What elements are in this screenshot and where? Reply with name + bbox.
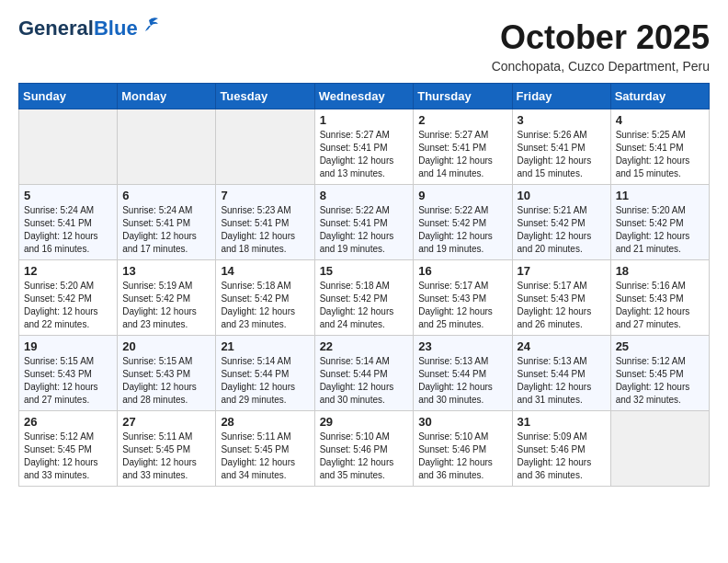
calendar-cell: 4Sunrise: 5:25 AMSunset: 5:41 PMDaylight… [610, 109, 709, 185]
calendar-cell: 20Sunrise: 5:15 AMSunset: 5:43 PMDayligh… [118, 336, 216, 411]
calendar-cell [610, 411, 709, 487]
day-info: Sunrise: 5:16 AMSunset: 5:43 PMDaylight:… [616, 280, 704, 331]
day-number: 1 [320, 113, 409, 127]
day-number: 7 [221, 189, 309, 202]
day-number: 28 [221, 415, 309, 429]
calendar-cell: 27Sunrise: 5:11 AMSunset: 5:45 PMDayligh… [118, 411, 216, 487]
calendar-week-row: 12Sunrise: 5:20 AMSunset: 5:42 PMDayligh… [19, 260, 710, 336]
weekday-header: Friday [512, 84, 610, 109]
day-info: Sunrise: 5:09 AMSunset: 5:46 PMDaylight:… [518, 431, 606, 482]
day-number: 31 [518, 415, 606, 429]
calendar-cell: 1Sunrise: 5:27 AMSunset: 5:41 PMDaylight… [314, 109, 414, 185]
day-info: Sunrise: 5:24 AMSunset: 5:41 PMDaylight:… [122, 204, 210, 256]
day-info: Sunrise: 5:12 AMSunset: 5:45 PMDaylight:… [616, 355, 704, 407]
calendar-cell: 3Sunrise: 5:26 AMSunset: 5:41 PMDaylight… [512, 109, 610, 185]
calendar-cell [19, 109, 118, 185]
day-info: Sunrise: 5:13 AMSunset: 5:44 PMDaylight:… [418, 355, 506, 407]
weekday-header: Saturday [610, 84, 709, 109]
calendar-cell: 17Sunrise: 5:17 AMSunset: 5:43 PMDayligh… [512, 260, 610, 336]
day-info: Sunrise: 5:15 AMSunset: 5:43 PMDaylight:… [122, 355, 210, 407]
calendar-cell: 31Sunrise: 5:09 AMSunset: 5:46 PMDayligh… [512, 411, 610, 487]
location: Conchopata, Cuzco Department, Peru [492, 59, 710, 74]
calendar-cell: 19Sunrise: 5:15 AMSunset: 5:43 PMDayligh… [19, 336, 118, 411]
day-info: Sunrise: 5:10 AMSunset: 5:46 PMDaylight:… [418, 431, 506, 482]
day-info: Sunrise: 5:27 AMSunset: 5:41 PMDaylight:… [418, 129, 506, 180]
day-info: Sunrise: 5:24 AMSunset: 5:41 PMDaylight:… [24, 204, 112, 256]
weekday-header: Thursday [414, 84, 512, 109]
day-number: 21 [221, 339, 309, 353]
day-number: 4 [616, 113, 704, 127]
day-info: Sunrise: 5:11 AMSunset: 5:45 PMDaylight:… [221, 431, 309, 482]
calendar-cell: 14Sunrise: 5:18 AMSunset: 5:42 PMDayligh… [216, 260, 314, 336]
day-info: Sunrise: 5:25 AMSunset: 5:41 PMDaylight:… [616, 129, 704, 180]
day-info: Sunrise: 5:14 AMSunset: 5:44 PMDaylight:… [221, 355, 309, 407]
calendar-cell: 12Sunrise: 5:20 AMSunset: 5:42 PMDayligh… [19, 260, 118, 336]
day-info: Sunrise: 5:27 AMSunset: 5:41 PMDaylight:… [320, 129, 409, 180]
day-info: Sunrise: 5:17 AMSunset: 5:43 PMDaylight:… [518, 280, 606, 331]
day-number: 8 [320, 189, 409, 202]
calendar-cell: 29Sunrise: 5:10 AMSunset: 5:46 PMDayligh… [314, 411, 414, 487]
day-number: 24 [518, 339, 606, 353]
day-number: 27 [122, 415, 210, 429]
day-info: Sunrise: 5:18 AMSunset: 5:42 PMDaylight:… [320, 280, 409, 331]
day-info: Sunrise: 5:13 AMSunset: 5:44 PMDaylight:… [518, 355, 606, 407]
day-number: 16 [418, 264, 506, 278]
weekday-header: Wednesday [314, 84, 414, 109]
day-number: 18 [616, 264, 704, 278]
calendar-cell: 18Sunrise: 5:16 AMSunset: 5:43 PMDayligh… [610, 260, 709, 336]
calendar-cell: 5Sunrise: 5:24 AMSunset: 5:41 PMDaylight… [19, 185, 118, 260]
day-number: 6 [122, 189, 210, 202]
weekday-header-row: SundayMondayTuesdayWednesdayThursdayFrid… [19, 84, 710, 109]
calendar-cell: 13Sunrise: 5:19 AMSunset: 5:42 PMDayligh… [118, 260, 216, 336]
calendar-cell: 16Sunrise: 5:17 AMSunset: 5:43 PMDayligh… [414, 260, 512, 336]
calendar-table: SundayMondayTuesdayWednesdayThursdayFrid… [18, 83, 710, 487]
calendar-week-row: 19Sunrise: 5:15 AMSunset: 5:43 PMDayligh… [19, 336, 710, 411]
calendar-cell: 6Sunrise: 5:24 AMSunset: 5:41 PMDaylight… [118, 185, 216, 260]
day-info: Sunrise: 5:26 AMSunset: 5:41 PMDaylight:… [518, 129, 606, 180]
logo-bird-icon [140, 17, 160, 33]
day-info: Sunrise: 5:20 AMSunset: 5:42 PMDaylight:… [24, 280, 112, 331]
day-number: 13 [122, 264, 210, 278]
day-number: 29 [320, 415, 409, 429]
logo-text: GeneralBlue [18, 18, 138, 39]
day-info: Sunrise: 5:17 AMSunset: 5:43 PMDaylight:… [418, 280, 506, 331]
calendar-week-row: 1Sunrise: 5:27 AMSunset: 5:41 PMDaylight… [19, 109, 710, 185]
weekday-header: Tuesday [216, 84, 314, 109]
day-info: Sunrise: 5:19 AMSunset: 5:42 PMDaylight:… [122, 280, 210, 331]
day-number: 15 [320, 264, 409, 278]
day-info: Sunrise: 5:15 AMSunset: 5:43 PMDaylight:… [24, 355, 112, 407]
day-number: 20 [122, 339, 210, 353]
calendar-cell: 8Sunrise: 5:22 AMSunset: 5:41 PMDaylight… [314, 185, 414, 260]
calendar-cell [118, 109, 216, 185]
calendar-cell: 7Sunrise: 5:23 AMSunset: 5:41 PMDaylight… [216, 185, 314, 260]
calendar-cell: 28Sunrise: 5:11 AMSunset: 5:45 PMDayligh… [216, 411, 314, 487]
calendar-cell: 10Sunrise: 5:21 AMSunset: 5:42 PMDayligh… [512, 185, 610, 260]
calendar-cell: 26Sunrise: 5:12 AMSunset: 5:45 PMDayligh… [19, 411, 118, 487]
day-number: 14 [221, 264, 309, 278]
calendar-cell: 23Sunrise: 5:13 AMSunset: 5:44 PMDayligh… [414, 336, 512, 411]
calendar-cell: 21Sunrise: 5:14 AMSunset: 5:44 PMDayligh… [216, 336, 314, 411]
calendar-cell: 24Sunrise: 5:13 AMSunset: 5:44 PMDayligh… [512, 336, 610, 411]
calendar-cell: 2Sunrise: 5:27 AMSunset: 5:41 PMDaylight… [414, 109, 512, 185]
month-title: October 2025 [492, 18, 710, 57]
day-number: 25 [616, 339, 704, 353]
calendar-cell: 11Sunrise: 5:20 AMSunset: 5:42 PMDayligh… [610, 185, 709, 260]
day-info: Sunrise: 5:18 AMSunset: 5:42 PMDaylight:… [221, 280, 309, 331]
day-info: Sunrise: 5:11 AMSunset: 5:45 PMDaylight:… [122, 431, 210, 482]
calendar-week-row: 5Sunrise: 5:24 AMSunset: 5:41 PMDaylight… [19, 185, 710, 260]
day-info: Sunrise: 5:10 AMSunset: 5:46 PMDaylight:… [320, 431, 409, 482]
day-number: 9 [418, 189, 506, 202]
calendar-cell: 15Sunrise: 5:18 AMSunset: 5:42 PMDayligh… [314, 260, 414, 336]
page-header: GeneralBlue October 2025 Conchopata, Cuz… [18, 18, 710, 74]
day-info: Sunrise: 5:22 AMSunset: 5:42 PMDaylight:… [418, 204, 506, 256]
day-info: Sunrise: 5:21 AMSunset: 5:42 PMDaylight:… [518, 204, 606, 256]
day-number: 30 [418, 415, 506, 429]
calendar-cell [216, 109, 314, 185]
weekday-header: Monday [118, 84, 216, 109]
calendar-cell: 9Sunrise: 5:22 AMSunset: 5:42 PMDaylight… [414, 185, 512, 260]
calendar-cell: 25Sunrise: 5:12 AMSunset: 5:45 PMDayligh… [610, 336, 709, 411]
day-number: 2 [418, 113, 506, 127]
day-info: Sunrise: 5:12 AMSunset: 5:45 PMDaylight:… [24, 431, 112, 482]
day-number: 23 [418, 339, 506, 353]
calendar-week-row: 26Sunrise: 5:12 AMSunset: 5:45 PMDayligh… [19, 411, 710, 487]
